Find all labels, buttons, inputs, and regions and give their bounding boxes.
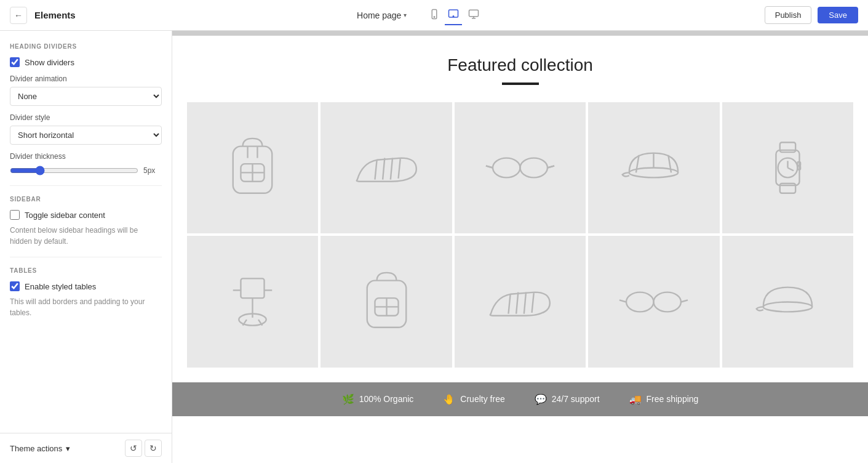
product-card-backpack [187,102,318,233]
desktop-viewport-button[interactable] [464,6,483,25]
redo-button[interactable]: ↻ [145,440,162,457]
svg-point-1 [434,16,436,17]
section-divider-2 [10,257,162,257]
divider-animation-label: Divider animation [10,74,162,83]
organic-label: 100% Organic [359,394,414,404]
theme-actions-chevron-icon: ▾ [66,444,70,453]
divider-thickness-value: 5px [143,166,162,175]
enable-tables-label[interactable]: Enable styled tables [25,282,96,291]
save-button[interactable]: Save [818,7,858,23]
support-label: 24/7 support [552,394,600,404]
divider-thickness-slider[interactable] [10,166,138,175]
back-button[interactable]: ← [10,7,27,24]
section-divider-1 [10,185,162,186]
svg-point-10 [520,158,547,178]
svg-rect-26 [241,278,265,298]
undo-redo-group: ↺ ↻ [125,440,162,457]
topbar-left: ← Elements [10,7,76,24]
mobile-viewport-button[interactable] [426,6,442,25]
svg-point-9 [493,158,520,178]
panel-bottom-bar: Theme actions ▾ ↺ ↻ [0,433,172,463]
toggle-sidebar-row: Toggle sidebar content [10,210,162,220]
sunglasses2-icon [615,263,693,341]
svg-point-41 [763,302,812,312]
support-icon: 💬 [535,393,547,405]
enable-tables-row: Enable styled tables [10,281,162,291]
topbar-center: Home page ▾ [357,6,483,25]
theme-actions-label: Theme actions [10,444,62,453]
sidebar-section-label: SIDEBAR [10,196,162,203]
tables-section-label: TABLES [10,267,162,274]
enable-tables-checkbox[interactable] [10,281,20,291]
left-panel: HEADING DIVIDERS Show dividers Divider a… [0,31,172,463]
product-card-shoe1 [321,102,452,233]
redo-icon: ↻ [149,443,157,453]
svg-rect-4 [469,10,479,17]
sunglasses-icon [481,129,559,207]
show-dividers-checkbox[interactable] [10,57,20,67]
product-card-sunglasses1 [455,102,586,233]
cap2-icon [749,263,827,341]
back-icon: ← [14,10,23,20]
featured-divider [502,83,539,85]
svg-line-13 [547,166,554,168]
heading-dividers-section-label: HEADING DIVIDERS [10,43,162,50]
footer-item-cruelty-free: 🤚 Cruelty free [443,393,504,405]
undo-button[interactable]: ↺ [125,440,142,457]
lamp-icon [213,263,292,341]
shoe2-icon [481,263,559,341]
theme-actions-button[interactable]: Theme actions ▾ [10,444,70,453]
toggle-sidebar-checkbox[interactable] [10,210,20,220]
topbar-right: Publish Save [765,6,858,24]
divider-animation-select[interactable]: None Fade Slide [10,87,162,106]
divider-style-select[interactable]: Short horizontal Full width Dotted Dashe… [10,126,162,145]
product-card-watch [722,102,853,233]
panel-content: HEADING DIVIDERS Show dividers Divider a… [0,31,172,433]
undo-icon: ↺ [130,443,137,453]
cap-icon [615,129,693,207]
product-card-shoe2 [455,236,586,367]
divider-style-label: Divider style [10,113,162,122]
preview-inner: Featured collection [172,31,868,463]
shipping-icon: 🚚 [629,393,642,405]
backpack-icon [213,129,292,207]
shoe-icon [348,129,426,207]
product-card-cap1 [588,102,719,233]
cruelty-free-icon: 🤚 [443,393,455,405]
preview-footer: 🌿 100% Organic 🤚 Cruelty free 💬 24/7 sup… [172,382,868,416]
watch-icon [749,129,827,207]
page-title-text: Home page [357,10,401,20]
featured-section: Featured collection [172,36,868,382]
product-card-lamp [187,236,318,367]
product-card-backpack2 [321,236,452,367]
organic-icon: 🌿 [342,393,354,405]
footer-item-organic: 🌿 100% Organic [342,393,414,405]
topbar: ← Elements Home page ▾ Publish Save [0,0,868,31]
product-card-sunglasses2 [588,236,719,367]
toggle-sidebar-label[interactable]: Toggle sidebar content [25,211,105,220]
show-dividers-row: Show dividers [10,57,162,67]
panel-title: Elements [34,10,76,20]
publish-button[interactable]: Publish [765,6,812,24]
svg-point-37 [626,292,653,312]
footer-item-support: 💬 24/7 support [535,393,600,405]
chevron-down-icon: ▾ [404,12,407,18]
divider-thickness-label: Divider thickness [10,152,162,161]
backpack2-icon [348,263,426,341]
divider-thickness-row: 5px [10,166,162,175]
main-layout: HEADING DIVIDERS Show dividers Divider a… [0,31,868,463]
svg-line-40 [681,300,688,302]
svg-line-23 [787,168,794,171]
cruelty-free-label: Cruelty free [460,394,504,404]
svg-line-12 [486,166,493,168]
preview-top-bar [172,31,868,36]
product-grid [187,102,853,368]
product-card-cap2 [722,236,853,367]
page-title-button[interactable]: Home page ▾ [357,10,407,20]
show-dividers-label[interactable]: Show dividers [25,58,74,67]
toggle-sidebar-desc: Content below sidebar headings will be h… [10,225,162,247]
enable-tables-desc: This will add borders and padding to you… [10,296,162,318]
footer-item-shipping: 🚚 Free shipping [629,393,699,405]
svg-point-3 [453,15,455,17]
tablet-viewport-button[interactable] [445,6,462,25]
